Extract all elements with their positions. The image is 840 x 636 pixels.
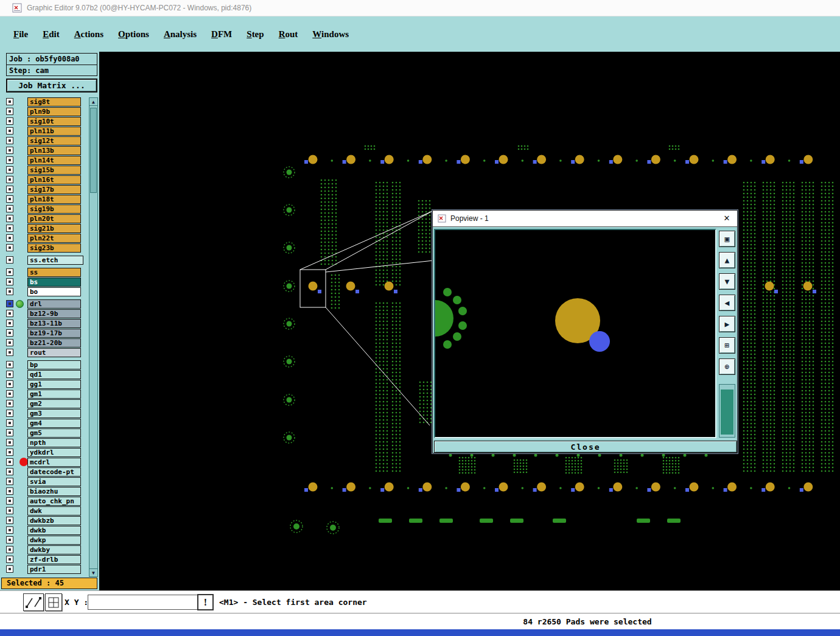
layer-label[interactable]: pdr1	[27, 565, 81, 574]
pan-down-icon[interactable]: ▼	[719, 273, 735, 290]
layer-checkbox[interactable]	[6, 176, 13, 183]
layer-row-gm1[interactable]: gm1	[5, 390, 89, 399]
layer-checkbox[interactable]	[6, 371, 13, 378]
layer-row-pln18t[interactable]: pln18t	[5, 195, 89, 204]
menu-analysis[interactable]: Analysis	[164, 29, 197, 40]
layer-label[interactable]: bz21-20b	[27, 338, 81, 348]
layer-label[interactable]: gm4	[27, 419, 81, 428]
layer-checkbox[interactable]	[6, 329, 13, 337]
layer-label[interactable]: pln18t	[27, 195, 81, 204]
layer-label[interactable]: bz12-9b	[27, 309, 81, 318]
layer-row-dwk[interactable]: dwk	[5, 506, 89, 516]
layer-checkbox[interactable]	[6, 225, 13, 232]
layer-checkbox[interactable]	[6, 429, 13, 436]
layer-label[interactable]: bs	[27, 278, 81, 287]
layer-checkbox[interactable]	[6, 108, 13, 115]
layer-label[interactable]: svia	[27, 477, 81, 486]
layer-label[interactable]: bz19-17b	[27, 329, 81, 338]
layer-row-datecode-pt[interactable]: datecode-pt	[5, 467, 89, 477]
layer-label[interactable]: sig15b	[27, 166, 81, 175]
layer-row-drl[interactable]: drl	[5, 299, 89, 309]
layer-label[interactable]: npth	[27, 438, 81, 447]
layer-label[interactable]: dwkb	[27, 526, 81, 535]
layer-row-bo[interactable]: bo	[5, 287, 89, 297]
layer-checkbox[interactable]	[6, 361, 13, 368]
layer-row-gm3[interactable]: gm3	[5, 409, 89, 419]
layer-checkbox[interactable]	[6, 288, 13, 295]
layer-checkbox[interactable]	[6, 147, 13, 154]
layer-row-ss.etch[interactable]: ss.etch	[5, 256, 89, 265]
menu-options[interactable]: Options	[118, 29, 149, 40]
layer-row-sig17b[interactable]: sig17b	[5, 185, 89, 195]
layer-row-dwkby[interactable]: dwkby	[5, 545, 89, 555]
layer-checkbox[interactable]	[6, 565, 13, 573]
layer-label[interactable]: sig8t	[27, 97, 81, 107]
layer-label[interactable]: ss	[27, 268, 81, 277]
layer-checkbox[interactable]	[6, 127, 13, 135]
layer-row-sig15b[interactable]: sig15b	[5, 166, 89, 175]
menu-file[interactable]: File	[13, 29, 28, 40]
layer-row-sig10t[interactable]: sig10t	[5, 117, 89, 127]
layer-row-pln11b[interactable]: pln11b	[5, 127, 89, 136]
layer-label[interactable]: gm1	[27, 390, 81, 399]
menu-dfm[interactable]: DFM	[211, 29, 232, 40]
layer-label[interactable]: gg1	[27, 380, 81, 389]
layer-checkbox[interactable]	[6, 205, 13, 212]
layer-label[interactable]: pln16t	[27, 175, 81, 184]
layer-row-bz19-17b[interactable]: bz19-17b	[5, 329, 89, 338]
layer-label[interactable]: pln11b	[27, 127, 81, 136]
layer-checkbox[interactable]	[6, 310, 13, 317]
layer-row-svia[interactable]: svia	[5, 477, 89, 487]
layer-label[interactable]: sig21b	[27, 224, 81, 233]
layer-label[interactable]: biaozhu	[27, 487, 81, 496]
layer-checkbox[interactable]	[6, 300, 13, 307]
layer-label[interactable]: sig19b	[27, 204, 81, 214]
layer-label[interactable]: datecode-pt	[27, 467, 81, 477]
layer-checkbox[interactable]	[6, 449, 13, 456]
layer-row-pln16t[interactable]: pln16t	[5, 175, 89, 185]
popview-scrollbar-thumb[interactable]	[721, 390, 733, 435]
layer-checkbox[interactable]	[6, 458, 13, 466]
layer-row-qd1[interactable]: qd1	[5, 370, 89, 380]
layer-label[interactable]: bp	[27, 360, 81, 369]
layer-label[interactable]: dwkbzb	[27, 516, 81, 525]
layer-row-bz21-20b[interactable]: bz21-20b	[5, 338, 89, 348]
layer-checkbox[interactable]	[6, 497, 13, 505]
layer-label[interactable]: drl	[27, 299, 81, 309]
layer-checkbox[interactable]	[6, 195, 13, 203]
layer-checkbox[interactable]	[6, 215, 13, 222]
layer-label[interactable]: pln20t	[27, 214, 81, 223]
popview-close-button[interactable]: Close	[434, 441, 737, 453]
layer-label[interactable]: dwk	[27, 506, 81, 515]
layer-checkbox[interactable]	[6, 117, 13, 125]
layer-row-npth[interactable]: npth	[5, 438, 89, 448]
layer-label[interactable]: qd1	[27, 370, 81, 379]
layer-row-pdr1[interactable]: pdr1	[5, 565, 89, 575]
layer-row-gg1[interactable]: gg1	[5, 380, 89, 390]
layer-checkbox[interactable]	[6, 546, 13, 553]
layer-checkbox[interactable]	[6, 320, 13, 327]
layer-row-auto_chk_pn[interactable]: auto_chk_pn	[5, 497, 89, 506]
layer-checkbox[interactable]	[6, 186, 13, 193]
layer-checkbox[interactable]	[6, 244, 13, 251]
layer-checkbox[interactable]	[6, 439, 13, 446]
layer-row-gm4[interactable]: gm4	[5, 419, 89, 428]
layer-row-bp[interactable]: bp	[5, 360, 89, 370]
menu-step[interactable]: Step	[247, 29, 264, 40]
layer-row-dwkbzb[interactable]: dwkbzb	[5, 516, 89, 526]
layer-checkbox[interactable]	[6, 556, 13, 563]
menu-actions[interactable]: Actions	[74, 29, 103, 40]
layer-row-ydkdrl[interactable]: ydkdrl	[5, 448, 89, 458]
titlebar[interactable]: Graphic Editor 9.07b2 (00@HY-HYCAM-PC072…	[0, 0, 840, 16]
layer-label[interactable]: gm5	[27, 428, 81, 438]
menu-windows[interactable]: Windows	[312, 29, 349, 40]
layer-label[interactable]: dwkby	[27, 545, 81, 554]
layer-row-ss[interactable]: ss	[5, 268, 89, 278]
layer-label[interactable]: bz13-11b	[27, 319, 81, 328]
layer-checkbox[interactable]	[6, 349, 13, 356]
zoom-window-icon[interactable]: ▣	[719, 231, 735, 247]
layer-row-mcdrl[interactable]: mcdrl	[5, 458, 89, 467]
layer-label[interactable]: zf-drlb	[27, 555, 81, 564]
scroll-up-icon[interactable]: ▲	[89, 98, 97, 106]
menu-rout[interactable]: Rout	[279, 29, 298, 40]
